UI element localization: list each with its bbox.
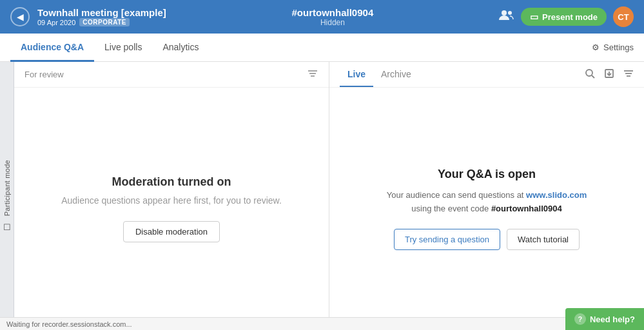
moderation-desc: Audience questions appear here first, fo… <box>61 195 282 206</box>
header-center: #ourtownhall0904 Hidden <box>174 7 491 27</box>
header: ◀ Townhall meeting [example] 09 Apr 2020… <box>0 0 644 34</box>
need-help-button[interactable]: ? Need help? <box>565 308 644 330</box>
live-archive-tabs: Live Archive <box>340 62 419 87</box>
participant-mode-label[interactable]: Participant mode <box>3 160 11 216</box>
event-code-bold: #ourtownhall0904 <box>491 204 562 213</box>
search-icon[interactable] <box>585 68 595 81</box>
hidden-label: Hidden <box>174 18 491 27</box>
svg-line-6 <box>592 75 594 78</box>
avatar[interactable]: CT <box>613 6 634 27</box>
settings-icon: ⚙ <box>592 43 600 52</box>
phone-icon[interactable]: ☐ <box>3 222 11 232</box>
right-panel: Live Archive <box>329 62 644 330</box>
tab-archive[interactable]: Archive <box>373 62 419 87</box>
present-mode-button[interactable]: ▭ Present mode <box>521 8 607 26</box>
qna-actions: Try sending a question Watch tutorial <box>394 229 580 250</box>
slido-link[interactable]: www.slido.com <box>526 190 587 200</box>
event-code: #ourtownhall0904 <box>174 7 491 18</box>
nav-bar: Audience Q&A Live polls Analytics ⚙ Sett… <box>0 34 644 62</box>
qna-open-title: Your Q&A is open <box>438 168 536 181</box>
header-title-block: Townhall meeting [example] 09 Apr 2020 C… <box>37 7 166 26</box>
settings-button[interactable]: ⚙ Settings <box>592 43 634 52</box>
left-filter-icon[interactable] <box>307 69 318 81</box>
users-svg <box>499 10 514 21</box>
status-text: Waiting for recorder.sessionstack.com... <box>6 320 132 328</box>
present-mode-label: Present mode <box>542 12 598 22</box>
status-bar: Waiting for recorder.sessionstack.com... <box>0 317 644 330</box>
meeting-date: 09 Apr 2020 <box>37 19 75 26</box>
users-icon[interactable] <box>499 10 514 24</box>
monitor-icon: ▭ <box>530 12 538 22</box>
disable-moderation-button[interactable]: Disable moderation <box>123 221 220 242</box>
qna-open-desc: Your audience can send questions at www.… <box>387 189 587 216</box>
watch-tutorial-button[interactable]: Watch tutorial <box>507 229 580 250</box>
need-help-icon: ? <box>574 313 586 325</box>
svg-point-0 <box>502 10 507 15</box>
need-help-label: Need help? <box>590 315 635 324</box>
tab-live[interactable]: Live <box>340 62 373 87</box>
moderation-title: Moderation turned on <box>112 175 231 189</box>
tab-audience-qa[interactable]: Audience Q&A <box>10 34 94 62</box>
left-panel-header: For review <box>14 62 329 88</box>
left-panel: For review Moderation turned on Audience… <box>14 62 329 330</box>
right-panel-body: Your Q&A is open Your audience can send … <box>329 88 644 330</box>
left-panel-body: Moderation turned on Audience questions … <box>14 88 329 330</box>
back-icon: ◀ <box>17 12 24 22</box>
nav-tabs: Audience Q&A Live polls Analytics <box>10 34 592 61</box>
filter-icon[interactable] <box>623 69 634 81</box>
tab-live-polls[interactable]: Live polls <box>94 34 152 62</box>
avatar-initials: CT <box>618 12 629 22</box>
download-icon[interactable] <box>604 68 614 81</box>
corporate-badge: CORPORATE <box>79 18 130 26</box>
main-content: Participant mode ☐ For review Moderation… <box>0 62 644 330</box>
right-panel-header: Live Archive <box>329 62 644 88</box>
back-button[interactable]: ◀ <box>10 7 30 26</box>
tab-analytics[interactable]: Analytics <box>152 34 209 62</box>
svg-point-5 <box>586 70 592 76</box>
header-actions: ▭ Present mode CT <box>499 6 634 27</box>
try-sending-button[interactable]: Try sending a question <box>394 229 500 250</box>
settings-label: Settings <box>603 43 634 52</box>
svg-point-1 <box>508 11 512 15</box>
right-panel-actions <box>585 68 634 81</box>
participant-sidebar: Participant mode ☐ <box>0 62 14 330</box>
for-review-label: For review <box>24 70 307 79</box>
meeting-subtitle: 09 Apr 2020 CORPORATE <box>37 18 166 26</box>
meeting-title: Townhall meeting [example] <box>37 7 166 18</box>
